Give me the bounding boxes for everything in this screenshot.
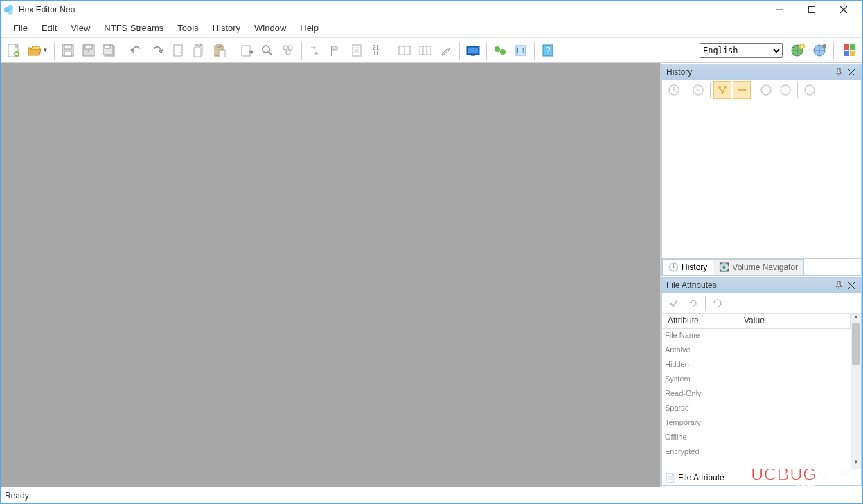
file-attributes-panel: File Attributes Attribute Value bbox=[661, 277, 862, 486]
scroll-down-icon[interactable]: ▼ bbox=[851, 459, 861, 469]
toolbar-separator bbox=[301, 42, 302, 60]
fill-button[interactable] bbox=[347, 39, 366, 62]
svg-rect-4 bbox=[809, 7, 815, 13]
save-as-button[interactable]: * bbox=[79, 39, 98, 62]
copy-button[interactable] bbox=[189, 39, 208, 62]
svg-rect-19 bbox=[105, 45, 110, 48]
table-row[interactable]: Sparse bbox=[662, 402, 851, 416]
fileattr-body: Attribute Value File Name Archive Hidden… bbox=[662, 314, 861, 469]
fileattr-apply-icon[interactable] bbox=[665, 294, 683, 312]
table-row[interactable]: Hidden bbox=[662, 358, 851, 372]
save-all-button[interactable] bbox=[100, 39, 119, 62]
tab-history[interactable]: 🕒History bbox=[662, 259, 713, 275]
paste-button[interactable] bbox=[210, 39, 229, 62]
svg-rect-34 bbox=[353, 45, 361, 56]
language-select[interactable]: English bbox=[700, 43, 783, 58]
svg-rect-13 bbox=[64, 51, 71, 56]
color-settings-button[interactable] bbox=[840, 39, 860, 62]
goto-button[interactable] bbox=[326, 39, 346, 62]
fileattr-refresh-icon[interactable] bbox=[709, 294, 727, 312]
table-row[interactable]: Offline bbox=[662, 431, 851, 445]
toolbar-separator bbox=[534, 42, 535, 60]
history-panel-title: History bbox=[666, 67, 832, 77]
fileattr-col-value[interactable]: Value bbox=[738, 314, 851, 328]
svg-point-71 bbox=[721, 91, 724, 94]
columns-button[interactable] bbox=[416, 39, 435, 62]
fileattr-revert-icon[interactable] bbox=[684, 294, 702, 312]
tab-volume-navigator[interactable]: 💽Volume Navigator bbox=[713, 259, 804, 275]
highlight-button[interactable] bbox=[436, 39, 456, 62]
history-panel: History bbox=[661, 64, 862, 276]
minimize-button[interactable] bbox=[764, 1, 796, 19]
undo-button[interactable] bbox=[127, 39, 146, 62]
pin-icon[interactable] bbox=[833, 66, 844, 78]
scrollbar[interactable]: ▲ ▼ bbox=[851, 314, 861, 469]
history-forward-icon[interactable] bbox=[689, 81, 707, 99]
structure-button[interactable]: F1 bbox=[511, 39, 531, 62]
table-row[interactable]: Archive bbox=[662, 343, 851, 358]
menu-window[interactable]: Window bbox=[247, 19, 293, 37]
find-button[interactable] bbox=[258, 39, 277, 62]
svg-rect-46 bbox=[468, 48, 478, 53]
history-clear-icon[interactable] bbox=[801, 81, 819, 99]
tab-volnav-label: Volume Navigator bbox=[732, 262, 798, 272]
table-row[interactable]: Encrypted bbox=[662, 445, 851, 460]
globe-settings-button[interactable] bbox=[810, 39, 830, 62]
table-row[interactable]: Read-Only bbox=[662, 387, 851, 402]
body-area: History bbox=[1, 63, 862, 487]
history-panel-header: History bbox=[662, 64, 861, 80]
menu-help[interactable]: Help bbox=[293, 19, 326, 37]
svg-point-32 bbox=[286, 51, 290, 55]
add-language-button[interactable] bbox=[788, 39, 808, 62]
table-row[interactable]: System bbox=[662, 372, 851, 387]
pin-icon[interactable] bbox=[833, 280, 844, 291]
menu-edit[interactable]: Edit bbox=[35, 19, 64, 37]
close-panel-icon[interactable] bbox=[846, 280, 857, 291]
binary-button[interactable]: 0111 bbox=[368, 39, 387, 62]
replace-button[interactable] bbox=[305, 39, 325, 62]
menu-tools[interactable]: Tools bbox=[170, 19, 205, 37]
chevron-down-icon: ▼ bbox=[43, 47, 48, 53]
cut-button[interactable] bbox=[168, 39, 188, 62]
table-row[interactable]: Temporary bbox=[662, 416, 851, 431]
menu-ntfs-streams[interactable]: NTFS Streams bbox=[97, 19, 170, 37]
open-file-button[interactable]: ▼ bbox=[24, 39, 51, 62]
menu-history[interactable]: History bbox=[206, 19, 247, 37]
history-back-icon[interactable] bbox=[665, 81, 683, 99]
insert-file-button[interactable] bbox=[237, 39, 256, 62]
encoding-button[interactable] bbox=[395, 39, 414, 62]
history-load-icon[interactable] bbox=[776, 81, 794, 99]
svg-point-77 bbox=[805, 85, 815, 95]
close-button[interactable] bbox=[828, 1, 860, 19]
scroll-up-icon[interactable]: ▲ bbox=[851, 314, 861, 323]
menu-view[interactable]: View bbox=[64, 19, 97, 37]
fileattr-panel-title: File Attributes bbox=[666, 280, 832, 290]
toolbar-separator bbox=[486, 42, 487, 60]
svg-line-29 bbox=[269, 52, 272, 55]
svg-rect-47 bbox=[471, 55, 475, 56]
new-file-button[interactable] bbox=[3, 39, 23, 62]
history-save-icon[interactable] bbox=[757, 81, 775, 99]
maximize-button[interactable] bbox=[796, 1, 828, 19]
save-button[interactable] bbox=[58, 39, 78, 62]
fileattr-bottom-tab[interactable]: File Attribute bbox=[678, 473, 724, 483]
volume-button[interactable] bbox=[490, 39, 510, 62]
table-row[interactable]: File Name bbox=[662, 329, 851, 343]
svg-rect-25 bbox=[217, 44, 221, 47]
svg-point-28 bbox=[263, 46, 269, 53]
process-button[interactable] bbox=[463, 39, 483, 62]
svg-point-69 bbox=[718, 86, 721, 89]
find-all-button[interactable] bbox=[278, 39, 298, 62]
fileattr-col-attribute[interactable]: Attribute bbox=[662, 314, 738, 328]
help-button[interactable]: ? bbox=[538, 39, 558, 62]
history-list-icon[interactable] bbox=[733, 81, 751, 99]
toolbar: ▼ * 0111 F1 ? English bbox=[1, 38, 862, 63]
svg-rect-12 bbox=[64, 45, 71, 49]
menu-file[interactable]: File bbox=[6, 19, 35, 37]
scroll-thumb[interactable] bbox=[852, 323, 860, 365]
redo-button[interactable] bbox=[148, 39, 167, 62]
fileattr-table-header: Attribute Value bbox=[662, 314, 851, 329]
history-tree-icon[interactable] bbox=[713, 81, 731, 99]
svg-rect-20 bbox=[174, 45, 182, 56]
close-panel-icon[interactable] bbox=[846, 66, 857, 78]
